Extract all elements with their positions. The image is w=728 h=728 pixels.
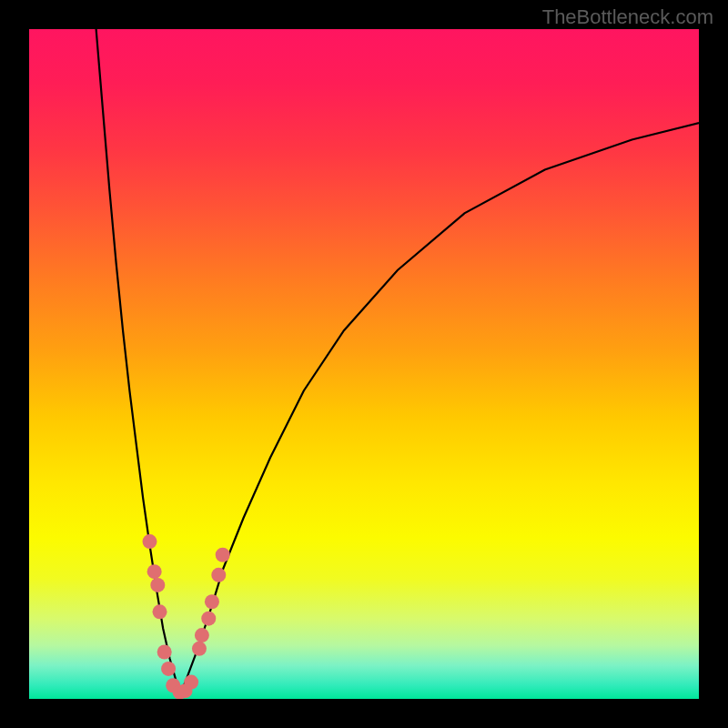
data-point [195,628,209,642]
data-point [184,675,198,690]
points-group [142,534,229,699]
data-point [161,662,176,676]
curve-left-curve [96,29,180,695]
data-point [216,548,230,562]
data-point [192,642,207,656]
data-point [211,568,226,582]
data-point [147,564,162,579]
data-point [201,612,216,626]
data-point [150,578,165,592]
plot-area [29,29,699,699]
curves-group [96,29,699,695]
data-point [205,594,219,609]
data-point [142,534,157,549]
curve-right-curve [180,123,699,695]
chart-svg [29,29,699,699]
watermark-text: TheBottleneck.com [542,5,713,29]
data-point [153,604,167,619]
data-point [157,644,172,659]
